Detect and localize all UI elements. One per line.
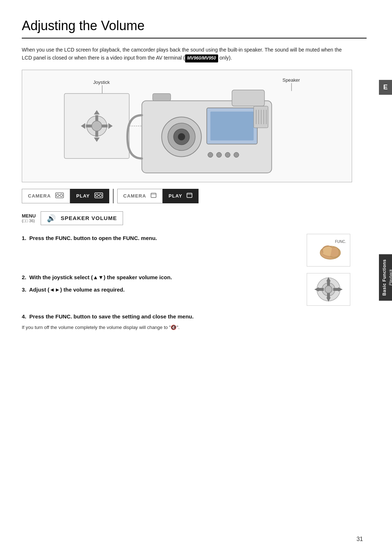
card-icon-1: [151, 193, 156, 199]
step-1-row: 1. Press the FUNC. button to open the FU…: [22, 234, 352, 267]
svg-marker-54: [314, 287, 319, 292]
step-2-3-text: 2. With the joystick select (▲▼) the spe…: [22, 273, 305, 294]
svg-rect-21: [211, 111, 254, 140]
tape-icon-1: [55, 192, 64, 199]
svg-point-6: [92, 121, 102, 131]
speaker-volume-label: SPEAKER VOLUME: [61, 215, 117, 221]
e-tab: E: [379, 80, 392, 95]
svg-point-60: [325, 286, 332, 293]
svg-text:Speaker: Speaker: [282, 77, 300, 82]
play-card-button: PLAY: [163, 189, 199, 203]
svg-point-36: [57, 194, 59, 197]
step-1-image: FUNC.: [305, 234, 352, 267]
svg-rect-28: [254, 106, 268, 128]
svg-rect-11: [95, 115, 98, 121]
svg-text:Joystick: Joystick: [93, 79, 110, 85]
svg-point-19: [178, 133, 185, 140]
svg-marker-55: [338, 287, 343, 292]
svg-point-22: [208, 152, 213, 157]
svg-point-23: [216, 152, 221, 157]
camera-card-button: CAMERA: [117, 189, 163, 203]
intro-paragraph: When you use the LCD screen for playback…: [22, 46, 348, 62]
svg-rect-12: [95, 131, 98, 137]
step-1-text: 1. Press the FUNC. button to open the FU…: [22, 234, 305, 243]
svg-point-25: [234, 152, 239, 157]
step-4-text: 4. Press the FUNC. button to save the se…: [22, 312, 352, 331]
svg-rect-27: [153, 93, 171, 101]
menu-ref: (□□ 36): [22, 219, 35, 223]
volume-icon: 🔊: [47, 214, 56, 223]
mode-buttons-row: CAMERA PLAY: [22, 189, 352, 203]
svg-point-37: [60, 194, 63, 197]
camera-tape-button: CAMERA: [22, 189, 70, 203]
tape-icon-2: [94, 192, 103, 199]
svg-rect-13: [86, 125, 92, 127]
step-4-note: If you turn off the volume completely th…: [22, 324, 352, 331]
sidebar-label-main: Basic Functions: [382, 259, 387, 296]
page-number: 31: [356, 536, 363, 542]
svg-rect-43: [151, 193, 156, 198]
svg-rect-59: [333, 288, 338, 291]
svg-point-40: [95, 194, 98, 197]
svg-rect-14: [102, 125, 108, 127]
play-tape-button: PLAY: [70, 189, 109, 203]
svg-point-41: [99, 194, 102, 197]
camera-diagram: Joystick Speaker: [22, 70, 352, 182]
steps-area: 1. Press the FUNC. button to open the FU…: [22, 234, 352, 331]
sidebar-label-sub: Playback: [388, 269, 392, 286]
speaker-volume-badge: 🔊 SPEAKER VOLUME: [41, 211, 123, 225]
svg-rect-26: [232, 90, 264, 106]
svg-rect-58: [319, 288, 324, 291]
sidebar-tab: Basic Functions Playback: [379, 254, 392, 301]
card-icon-2: [187, 193, 192, 199]
page-title: Adjusting the Volume: [22, 18, 367, 38]
svg-rect-45: [187, 193, 192, 198]
svg-point-24: [225, 152, 230, 157]
step-2-row: 2. With the joystick select (▲▼) the spe…: [22, 273, 352, 306]
step-2-image: [305, 273, 352, 306]
menu-label: MENU: [22, 213, 36, 219]
step-4-row: 4. Press the FUNC. button to save the se…: [22, 312, 352, 331]
svg-text:FUNC.: FUNC.: [335, 240, 346, 244]
model-badge: MV960/MV950: [185, 54, 218, 62]
mode-separator: [113, 189, 114, 203]
menu-row: MENU (□□ 36) 🔊 SPEAKER VOLUME: [22, 211, 367, 225]
